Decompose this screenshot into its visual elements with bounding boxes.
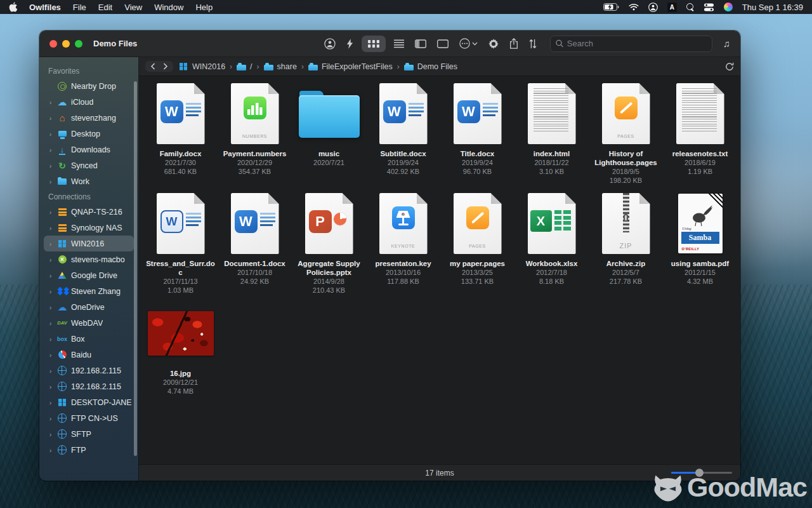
sidebar-item-steven-zhang[interactable]: › Steven Zhang bbox=[44, 283, 134, 299]
sidebar-item-ftp-cn-us[interactable]: › FTP CN->US bbox=[44, 410, 134, 426]
file-cell-aggregate-supply-policies-pptx[interactable]: P Aggregate Supply Policies.pptx 2014/9/… bbox=[292, 191, 366, 295]
sidebar-item-qnap-ts-216[interactable]: › QNAP-TS-216 bbox=[44, 204, 134, 220]
slider-track[interactable] bbox=[671, 472, 732, 474]
forward-button[interactable] bbox=[163, 63, 168, 70]
file-cell-using-samba-pdf[interactable]: UsingSambaO'REILLY using samba.pdf 2012/… bbox=[663, 191, 737, 295]
sidebar-item-stevenzhang[interactable]: › stevenzhang bbox=[44, 110, 134, 126]
list-view-button[interactable] bbox=[394, 39, 404, 48]
sidebar-item-sftp[interactable]: › SFTP bbox=[44, 426, 134, 442]
disclosure-chevron-icon[interactable]: › bbox=[48, 415, 53, 422]
quick-actions-button[interactable] bbox=[346, 39, 353, 49]
music-button[interactable]: ♫ bbox=[723, 39, 730, 48]
sort-button[interactable] bbox=[529, 39, 537, 49]
disclosure-chevron-icon[interactable]: › bbox=[48, 446, 53, 454]
back-button[interactable] bbox=[150, 63, 155, 70]
file-cell-presentaton-key[interactable]: KEYNOTE presentaton.key 2013/10/16 117.8… bbox=[366, 191, 440, 295]
file-cell-releasenotes-txt[interactable]: releasenotes.txt 2018/6/19 1.19 KB bbox=[663, 81, 737, 185]
disclosure-chevron-icon[interactable]: › bbox=[48, 431, 53, 438]
sidebar-item-synced[interactable]: › Synced bbox=[44, 157, 134, 173]
file-cell-archive-zip[interactable]: ZIP Archive.zip 2012/5/7 217.78 KB bbox=[589, 191, 663, 295]
column-view-button[interactable] bbox=[415, 39, 426, 48]
close-button[interactable] bbox=[49, 40, 57, 48]
minimize-button[interactable] bbox=[62, 40, 70, 48]
file-cell-title-docx[interactable]: W Title.docx 2019/9/24 96.70 KB bbox=[440, 81, 514, 185]
file-cell-index-html[interactable]: index.html 2018/11/22 3.10 KB bbox=[514, 81, 589, 185]
disclosure-chevron-icon[interactable]: › bbox=[48, 256, 53, 264]
input-source-icon[interactable]: A bbox=[667, 3, 677, 12]
more-options-button[interactable] bbox=[459, 38, 478, 49]
disclosure-chevron-icon[interactable]: › bbox=[48, 304, 53, 311]
sidebar-item-desktop-jane[interactable]: › DESKTOP-JANE bbox=[44, 394, 134, 410]
sidebar-item-desktop[interactable]: › Desktop bbox=[44, 126, 134, 142]
title-bar[interactable]: Demo Files bbox=[39, 30, 740, 57]
file-cell-stress-and-surr-doc[interactable]: W Stress_and_Surr.doc 2017/11/13 1.03 MB bbox=[143, 191, 218, 295]
share-button[interactable] bbox=[509, 38, 518, 49]
file-cell-payment-numbers[interactable]: NUMBERS Payment.numbers 2020/12/29 354.3… bbox=[218, 81, 292, 185]
account-button[interactable] bbox=[324, 38, 336, 50]
disclosure-chevron-icon[interactable]: › bbox=[48, 178, 53, 185]
disclosure-chevron-icon[interactable]: › bbox=[48, 383, 53, 391]
user-menu-icon[interactable] bbox=[648, 3, 658, 12]
sidebar-item-work[interactable]: › Work bbox=[44, 173, 134, 189]
disclosure-chevron-icon[interactable]: › bbox=[48, 367, 53, 375]
breadcrumb-segment[interactable]: Demo Files bbox=[404, 62, 457, 71]
sidebar-item-ftp[interactable]: › FTP bbox=[44, 442, 134, 458]
settings-button[interactable] bbox=[488, 39, 499, 49]
sidebar-item-baidu[interactable]: › Baidu bbox=[44, 347, 134, 363]
file-cell-16-jpg[interactable]: 16.jpg 2009/12/21 4.74 MB bbox=[143, 301, 218, 396]
disclosure-chevron-icon[interactable]: › bbox=[48, 240, 53, 248]
sidebar-item-google-drive[interactable]: › Google Drive bbox=[44, 267, 134, 283]
slider-knob[interactable] bbox=[695, 469, 704, 477]
file-cell-history-of-lighthouse-pages[interactable]: PAGES History of Lighthouse.pages 2018/9… bbox=[589, 81, 663, 185]
sidebar-item-192-168-2-115[interactable]: › 192.168.2.115 bbox=[44, 378, 134, 394]
disclosure-chevron-icon[interactable]: › bbox=[48, 130, 53, 138]
disclosure-chevron-icon[interactable]: › bbox=[48, 351, 53, 359]
disclosure-chevron-icon[interactable]: › bbox=[48, 319, 53, 327]
disclosure-chevron-icon[interactable]: › bbox=[48, 98, 53, 106]
disclosure-chevron-icon[interactable]: › bbox=[48, 288, 53, 295]
spotlight-search-icon[interactable] bbox=[686, 3, 695, 11]
file-cell-subtitle-docx[interactable]: W Subtitle.docx 2019/9/24 402.92 KB bbox=[366, 81, 440, 185]
sidebar-item-downloads[interactable]: › Downloads bbox=[44, 142, 134, 157]
grid-view-button[interactable] bbox=[362, 36, 386, 52]
breadcrumb-segment[interactable]: FileExpolerTestFiles bbox=[308, 62, 393, 71]
breadcrumb-segment[interactable]: / bbox=[237, 62, 252, 71]
disclosure-chevron-icon[interactable]: › bbox=[48, 272, 53, 279]
sidebar-item-win2016[interactable]: › WIN2016 bbox=[44, 236, 134, 251]
disclosure-chevron-icon[interactable]: › bbox=[48, 146, 53, 154]
battery-icon[interactable] bbox=[603, 3, 619, 11]
refresh-button[interactable] bbox=[725, 62, 734, 71]
disclosure-chevron-icon[interactable]: › bbox=[48, 399, 53, 406]
gallery-view-button[interactable] bbox=[437, 39, 449, 48]
search-field[interactable] bbox=[550, 36, 712, 52]
file-cell-workbook-xlsx[interactable]: X Workbook.xlsx 2012/7/18 8.18 KB bbox=[514, 191, 589, 295]
apple-menu-icon[interactable] bbox=[9, 2, 17, 12]
disclosure-chevron-icon[interactable]: › bbox=[48, 335, 53, 343]
zoom-button[interactable] bbox=[75, 40, 82, 48]
disclosure-chevron-icon[interactable]: › bbox=[48, 224, 53, 232]
sidebar-item-synology-nas[interactable]: › Synology NAS bbox=[44, 220, 134, 236]
menubar-menu-window[interactable]: Window bbox=[154, 3, 183, 12]
file-cell-my-paper-pages[interactable]: PAGES my paper.pages 2013/3/25 133.71 KB bbox=[440, 191, 514, 295]
file-cell-family-docx[interactable]: W Family.docx 2021/7/30 681.40 KB bbox=[143, 81, 218, 185]
file-cell-music[interactable]: music 2020/7/21 bbox=[292, 81, 366, 185]
file-cell-document-1-docx[interactable]: W Document-1.docx 2017/10/18 24.92 KB bbox=[218, 191, 292, 295]
icon-size-slider[interactable] bbox=[671, 465, 732, 481]
disclosure-chevron-icon[interactable]: › bbox=[48, 162, 53, 170]
sidebar-item-box[interactable]: › Box bbox=[44, 331, 134, 347]
sidebar-item-icloud[interactable]: › iCloud bbox=[44, 94, 134, 110]
menubar-menu-view[interactable]: View bbox=[124, 3, 142, 12]
menubar-menu-edit[interactable]: Edit bbox=[98, 3, 112, 12]
wifi-icon[interactable] bbox=[629, 3, 639, 11]
sidebar-scrollbar[interactable] bbox=[134, 81, 137, 456]
sidebar-item-nearby-drop[interactable]: › Nearby Drop bbox=[44, 78, 134, 94]
sidebar-item-192-168-2-115[interactable]: › 192.168.2.115 bbox=[44, 363, 134, 378]
menubar-menu-help[interactable]: Help bbox=[195, 3, 213, 12]
breadcrumb-segment[interactable]: share bbox=[264, 62, 297, 71]
menubar-app-name[interactable]: Owlfiles bbox=[29, 3, 61, 12]
sidebar-item-stevens-macbo[interactable]: › stevens-macbo bbox=[44, 251, 134, 267]
sidebar-item-onedrive[interactable]: › OneDrive bbox=[44, 299, 134, 315]
siri-icon[interactable] bbox=[724, 3, 733, 11]
search-input[interactable] bbox=[567, 39, 707, 48]
control-center-icon[interactable] bbox=[704, 3, 714, 11]
